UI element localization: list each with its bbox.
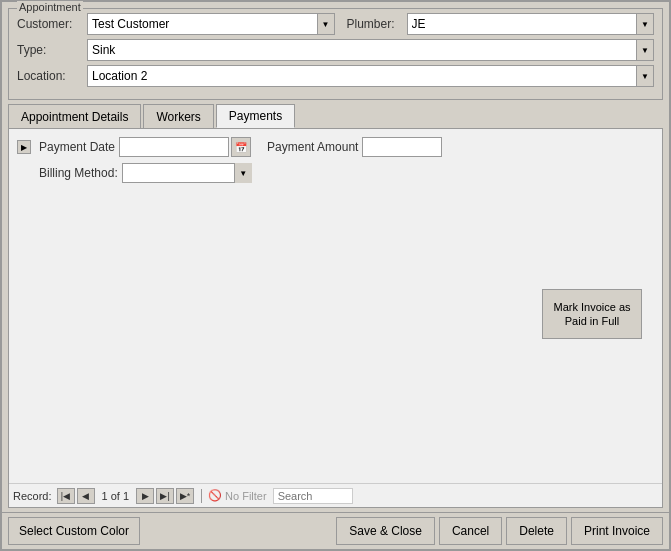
nav-prev-button[interactable]: ◀ xyxy=(77,488,95,504)
location-row: Location: Location 2 ▼ xyxy=(17,65,654,87)
nav-last-icon: ▶| xyxy=(160,491,169,501)
nav-divider xyxy=(201,489,202,503)
no-filter-indicator: 🚫 No Filter xyxy=(208,489,267,502)
payment-amount-label: Payment Amount xyxy=(267,140,358,154)
location-label: Location: xyxy=(17,69,87,83)
arrow-icon: ▶ xyxy=(21,143,27,152)
type-select[interactable]: Sink xyxy=(87,39,654,61)
nav-next-icon: ▶ xyxy=(142,491,149,501)
cancel-button[interactable]: Cancel xyxy=(439,517,502,545)
tab-strip: Appointment Details Workers Payments xyxy=(8,104,663,128)
billing-method-label: Billing Method: xyxy=(39,166,118,180)
main-window: Appointment Customer: Test Customer ▼ Pl… xyxy=(0,0,671,551)
payments-content: ▶ Payment Date 📅 Payment Amount Billing … xyxy=(9,129,662,191)
no-filter-icon: 🚫 xyxy=(208,489,222,502)
location-select[interactable]: Location 2 xyxy=(87,65,654,87)
tab-appointment-details-label: Appointment Details xyxy=(21,110,128,124)
tab-payments[interactable]: Payments xyxy=(216,104,295,128)
select-custom-color-button[interactable]: Select Custom Color xyxy=(8,517,140,545)
customer-label: Customer: xyxy=(17,17,87,31)
delete-button[interactable]: Delete xyxy=(506,517,567,545)
payment-date-input[interactable] xyxy=(119,137,229,157)
tab-payments-label: Payments xyxy=(229,109,282,123)
no-filter-label: No Filter xyxy=(225,490,267,502)
tab-content: ▶ Payment Date 📅 Payment Amount Billing … xyxy=(8,128,663,508)
customer-select[interactable]: Test Customer xyxy=(87,13,335,35)
nav-new-button[interactable]: ▶* xyxy=(176,488,194,504)
tab-workers[interactable]: Workers xyxy=(143,104,213,128)
billing-select-wrapper: ▼ xyxy=(122,163,252,183)
payment-date-row: ▶ Payment Date 📅 Payment Amount xyxy=(17,137,654,157)
record-row-arrow: ▶ xyxy=(17,140,31,154)
record-nav-bar: Record: |◀ ◀ 1 of 1 ▶ ▶| ▶* 🚫 No Filter xyxy=(9,483,662,507)
location-select-wrapper: Location 2 ▼ xyxy=(87,65,654,87)
save-close-button[interactable]: Save & Close xyxy=(336,517,435,545)
bottom-toolbar: Select Custom Color Save & Close Cancel … xyxy=(2,512,669,549)
tab-workers-label: Workers xyxy=(156,110,200,124)
billing-method-select[interactable] xyxy=(122,163,252,183)
type-row: Type: Sink ▼ xyxy=(17,39,654,61)
calendar-icon: 📅 xyxy=(235,142,247,153)
nav-last-button[interactable]: ▶| xyxy=(156,488,174,504)
nav-new-icon: ▶* xyxy=(180,491,191,501)
customer-select-wrapper: Test Customer ▼ xyxy=(87,13,335,35)
nav-first-button[interactable]: |◀ xyxy=(57,488,75,504)
record-nav-label: Record: xyxy=(13,490,52,502)
record-info: 1 of 1 xyxy=(102,490,130,502)
payment-amount-input[interactable] xyxy=(362,137,442,157)
billing-method-row: Billing Method: ▼ xyxy=(39,163,654,183)
nav-next-button[interactable]: ▶ xyxy=(136,488,154,504)
print-invoice-button[interactable]: Print Invoice xyxy=(571,517,663,545)
plumber-select-wrapper: JE ▼ xyxy=(407,13,655,35)
plumber-select[interactable]: JE xyxy=(407,13,655,35)
search-input[interactable] xyxy=(273,488,353,504)
appointment-group: Appointment Customer: Test Customer ▼ Pl… xyxy=(8,8,663,100)
nav-prev-icon: ◀ xyxy=(82,491,89,501)
nav-first-icon: |◀ xyxy=(61,491,70,501)
payment-date-label: Payment Date xyxy=(39,140,115,154)
customer-row: Customer: Test Customer ▼ Plumber: JE ▼ xyxy=(17,13,654,35)
calendar-button[interactable]: 📅 xyxy=(231,137,251,157)
type-label: Type: xyxy=(17,43,87,57)
group-label: Appointment xyxy=(17,1,83,13)
type-select-wrapper: Sink ▼ xyxy=(87,39,654,61)
plumber-label: Plumber: xyxy=(347,17,407,31)
mark-invoice-button[interactable]: Mark Invoice as Paid in Full xyxy=(542,289,642,339)
tab-appointment-details[interactable]: Appointment Details xyxy=(8,104,141,128)
